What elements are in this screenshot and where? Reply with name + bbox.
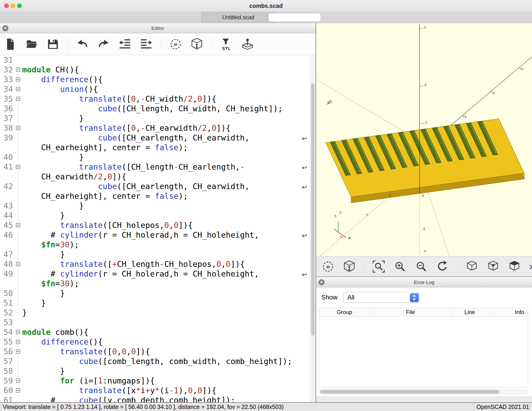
code-line: CH_earheight], center = false);: [22, 143, 188, 152]
open-file-button[interactable]: [25, 38, 38, 51]
code-line: for (i=[1:numgaps]){: [22, 376, 155, 386]
code-row: 31: [0, 55, 310, 65]
fold-marker[interactable]: [16, 379, 20, 383]
zoom-all-button[interactable]: [372, 260, 385, 273]
editor-vertical-scrollbar[interactable]: [310, 55, 315, 402]
preview-button[interactable]: »: [169, 38, 182, 51]
reset-view-button[interactable]: [436, 260, 449, 273]
render-button[interactable]: [190, 38, 204, 51]
line-number: 59: [0, 376, 15, 386]
view-axonometric-button[interactable]: [508, 260, 521, 273]
more-tools-button[interactable]: »: [529, 260, 532, 273]
zoom-in-button[interactable]: [393, 260, 407, 273]
line-number: 44: [0, 211, 15, 220]
render-icon: [190, 38, 204, 51]
fold-marker[interactable]: [16, 262, 20, 266]
editor-panel-header: ✕ Editor: [0, 23, 315, 33]
line-number: 42: [0, 181, 15, 191]
tab-bar: Untitled.scad: [0, 11, 532, 23]
3d-viewport-canvas[interactable]: -40x: [316, 23, 532, 256]
line-number: 37: [0, 113, 15, 123]
svg-text:x: x: [348, 235, 351, 240]
code-line: [22, 55, 22, 65]
code-line: # cylinder(r = CH_holerad,h = CH_holehei…: [22, 269, 259, 279]
tab-untitled[interactable]: Untitled.scad: [201, 11, 275, 23]
view-render-button[interactable]: [342, 260, 356, 273]
fold-marker[interactable]: [16, 388, 20, 392]
code-line: translate([CH_holepos,0,0]){: [22, 220, 193, 230]
code-row: 58 }: [0, 366, 310, 376]
code-line: $fn=30);: [22, 240, 79, 249]
indent-button[interactable]: [140, 38, 153, 51]
error-log-close-icon[interactable]: ✕: [319, 279, 324, 285]
export-image-button[interactable]: [241, 38, 254, 51]
code-row: 36 cube([CH_length, CH_width, CH_height]…: [0, 104, 310, 113]
code-line: module CH(){: [22, 65, 79, 75]
fold-marker[interactable]: [16, 126, 20, 130]
line-number: 60: [0, 386, 15, 395]
fold-margin: [15, 337, 22, 347]
fold-margin: [15, 366, 22, 376]
code-line: difference(){: [22, 75, 103, 84]
line-number: 40: [0, 152, 15, 162]
error-log-title: Error-Log: [316, 277, 532, 287]
editor-scrollbar-thumb[interactable]: [311, 83, 314, 336]
column-header-info[interactable]: Info: [488, 308, 528, 316]
fold-margin: [15, 230, 22, 240]
fold-marker[interactable]: [16, 87, 20, 91]
horizontal-scrollbar-thumb[interactable]: [320, 390, 499, 394]
code-row: 61 # cube([y,comb_depth,comb_height]);: [0, 395, 310, 402]
fold-marker[interactable]: [16, 330, 20, 334]
export-stl-button[interactable]: STL: [219, 38, 233, 51]
fold-margin: [15, 240, 22, 249]
line-number: [0, 172, 15, 181]
code-row: 39 cube([CH_earlength, CH_earwidth,↩: [0, 133, 310, 143]
code-row: CH_earwidth/2,0]){: [0, 172, 310, 181]
error-log-filter-row: Show All: [321, 292, 420, 303]
fold-marker[interactable]: [16, 349, 20, 354]
view-perspective-icon: [465, 260, 479, 273]
view-perspective-button[interactable]: [465, 260, 479, 273]
viewport-status-text: Viewport: translate = [ 0.75 1.23 1.14 ]…: [3, 404, 284, 410]
column-header-line[interactable]: Line: [451, 308, 488, 316]
fold-margin: [15, 123, 22, 133]
code-row: 33 difference(){: [0, 75, 310, 84]
error-filter-dropdown[interactable]: All: [343, 292, 420, 303]
window-title: combs.scad: [0, 0, 532, 11]
fold-marker[interactable]: [16, 165, 20, 169]
editor-close-icon[interactable]: ✕: [2, 25, 8, 31]
fold-marker[interactable]: [16, 340, 20, 344]
3d-viewport[interactable]: -40x: [316, 23, 532, 256]
code-line: translate([0,-CH_width/2,0]){: [22, 94, 216, 104]
fold-margin: [15, 94, 22, 104]
code-line: # cube([y,comb_depth,comb_height]);: [22, 395, 235, 402]
fold-margin: [15, 84, 22, 94]
open-file-icon: [25, 38, 38, 51]
viewport-toolbar: » »: [316, 256, 532, 277]
toolbar-separator: [67, 37, 68, 52]
code-row: 53: [0, 317, 310, 327]
zoom-out-button[interactable]: [415, 260, 428, 273]
column-header-file[interactable]: File: [370, 308, 451, 316]
view-preview-button[interactable]: »: [321, 260, 335, 273]
line-number: 57: [0, 356, 15, 366]
error-filter-value: All: [347, 294, 354, 301]
save-button[interactable]: [46, 38, 60, 51]
code-editor[interactable]: 3132module CH(){33 difference(){34 union…: [0, 55, 310, 402]
column-header-group[interactable]: Group: [319, 308, 370, 316]
undo-button[interactable]: [76, 38, 89, 51]
fold-marker[interactable]: [16, 77, 20, 81]
code-line: $fn=30);: [22, 279, 79, 288]
view-orthogonal-button[interactable]: [486, 260, 500, 273]
code-row: CH_earheight], center = false);: [0, 143, 310, 152]
unindent-button[interactable]: [118, 38, 132, 51]
code-row: 38 translate([0,-CH_earwidth/2,0]){: [0, 123, 310, 133]
fold-marker[interactable]: [16, 223, 20, 227]
new-file-button[interactable]: [4, 38, 17, 51]
fold-marker[interactable]: [16, 97, 20, 101]
toolbar-separator: [457, 259, 457, 274]
error-log-horizontal-scrollbar[interactable]: [319, 389, 528, 394]
fold-marker[interactable]: [16, 68, 20, 72]
redo-button[interactable]: [97, 38, 110, 51]
tab-empty[interactable]: [268, 13, 321, 22]
